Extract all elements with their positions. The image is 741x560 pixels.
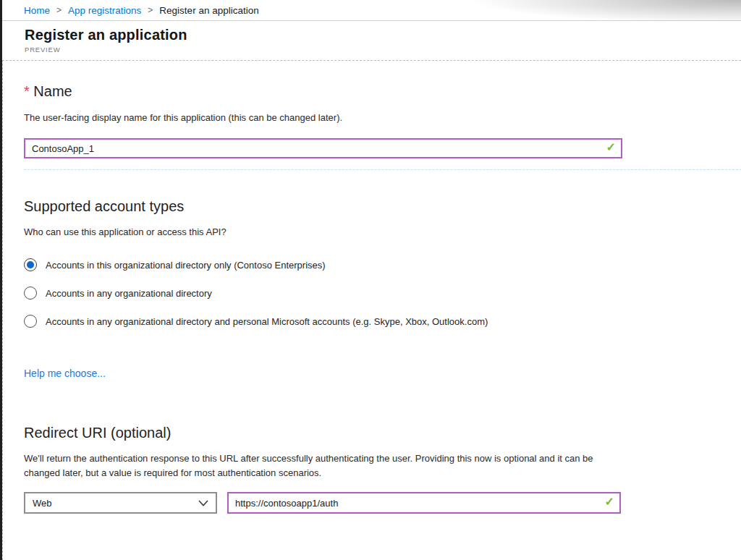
chevron-down-icon	[198, 500, 208, 506]
radio-option-multi-tenant[interactable]: Accounts in any organizational directory	[24, 287, 741, 300]
radio-option-label: Accounts in any organizational directory	[46, 288, 212, 299]
redirect-uri-row: Web ✓	[24, 492, 741, 514]
name-heading-label: Name	[33, 83, 72, 99]
breadcrumb-separator: >	[141, 5, 159, 15]
page-title: Register an application	[25, 27, 741, 43]
radio-option-multi-tenant-personal[interactable]: Accounts in any organizational directory…	[24, 315, 741, 328]
blade-shadow	[292, 0, 741, 21]
help-me-choose-link[interactable]: Help me choose...	[24, 368, 106, 379]
redirect-uri-input[interactable]	[227, 492, 621, 514]
platform-select-dropdown[interactable]: Web	[24, 492, 217, 514]
required-asterisk: *	[24, 83, 30, 99]
name-input[interactable]	[24, 138, 622, 158]
breadcrumb-current: Register an application	[159, 5, 258, 16]
radio-button[interactable]	[24, 315, 37, 328]
radio-button[interactable]	[24, 287, 37, 300]
blade-content: * Name The user-facing display name for …	[2, 60, 741, 560]
section-divider	[24, 169, 741, 170]
breadcrumb-separator: >	[50, 5, 68, 15]
radio-option-label: Accounts in this organizational director…	[46, 260, 326, 271]
name-input-container: ✓	[24, 138, 622, 158]
radio-option-single-tenant[interactable]: Accounts in this organizational director…	[24, 258, 741, 271]
radio-dot	[27, 261, 34, 268]
breadcrumb-home-link[interactable]: Home	[24, 5, 50, 16]
account-types-heading: Supported account types	[24, 198, 741, 215]
preview-badge: PREVIEW	[25, 46, 741, 54]
account-types-question: Who can use this application or access t…	[24, 226, 741, 238]
platform-selected-value: Web	[33, 498, 52, 509]
breadcrumb: Home > App registrations > Register an a…	[2, 0, 741, 21]
account-types-radio-group: Accounts in this organizational director…	[24, 258, 741, 328]
name-section-heading: * Name	[24, 82, 741, 100]
redirect-uri-heading: Redirect URI (optional)	[24, 424, 741, 441]
breadcrumb-app-registrations-link[interactable]: App registrations	[68, 5, 141, 16]
name-description: The user-facing display name for this ap…	[24, 112, 741, 124]
valid-check-icon: ✓	[605, 496, 614, 508]
radio-button-selected[interactable]	[24, 258, 37, 271]
redirect-uri-input-container: ✓	[227, 492, 621, 514]
blade-header: Register an application PREVIEW	[2, 21, 741, 60]
radio-option-label: Accounts in any organizational directory…	[46, 316, 488, 327]
valid-check-icon: ✓	[606, 142, 616, 153]
register-application-blade: Home > App registrations > Register an a…	[0, 0, 741, 560]
redirect-uri-description: We'll return the authentication response…	[24, 451, 604, 480]
